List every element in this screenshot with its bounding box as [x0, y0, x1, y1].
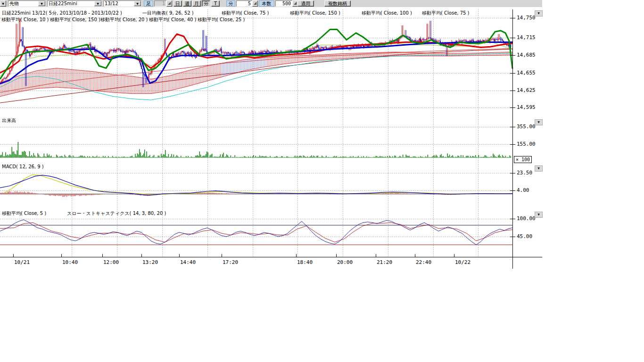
y-tick-label: 14,625: [517, 87, 536, 93]
legend-item: 移動平均( Close, 150 ): [290, 10, 340, 16]
axis-scale-dropdown-icon[interactable]: ▼: [535, 119, 543, 125]
x-tick-label: 18:40: [297, 259, 313, 265]
y-tick-label: 14,750: [517, 15, 536, 21]
y-tick-label: 23.50: [517, 170, 532, 176]
volume-multiplier-badge: × 100: [514, 156, 532, 163]
x-tick-label: 10/21: [14, 259, 30, 265]
legend-item: 移動平均( Close, 150 ): [50, 16, 100, 23]
legend-item: 移動平均( Close, 20 ): [100, 16, 148, 23]
app-window: ▼ 先物 ▼ 日経225mini ▼ 13/12 ▼ 足 1 ◢ 日 週 月 分…: [0, 0, 644, 362]
y-tick-label: 14,595: [517, 104, 536, 110]
y-tick-label: 14,685: [517, 52, 536, 58]
macd-panel-label: MACD( 12, 26, 9 ): [2, 164, 44, 169]
y-tick-label: 355.00: [517, 123, 536, 130]
x-tick-label: 17:20: [223, 259, 238, 265]
x-tick-label: 13:20: [142, 259, 158, 265]
volume-panel-label: 出来高: [2, 117, 16, 124]
y-tick-label: 155.00: [517, 141, 536, 147]
legend-item: 移動平均( Close, 25 ): [198, 16, 245, 23]
x-tick-label: 21:20: [377, 259, 392, 265]
stoch-panel-label: スロー・ストキャスティクス( 14, 3, 80, 20 ): [67, 210, 166, 217]
legend-item: 一目均衡表( 9, 26, 52 ): [142, 10, 194, 16]
legend-item: 移動平均( Close, 100 ): [362, 10, 412, 16]
axis-scale-dropdown-icon[interactable]: ▼: [535, 212, 543, 218]
x-tick-label: 20:00: [337, 259, 353, 265]
x-tick-label: 10/22: [455, 259, 471, 265]
legend-item: 日経225mini 13/12( 5分, 2013/10/18 - 2013/1…: [2, 10, 122, 16]
chart-canvas[interactable]: [0, 0, 644, 362]
x-tick-label: 14:40: [180, 259, 196, 265]
y-tick-label: 100.00: [517, 215, 536, 222]
legend-item: 移動平均( Close, 40 ): [149, 16, 196, 23]
x-tick-label: 22:40: [416, 259, 431, 265]
x-tick-label: 12:00: [103, 259, 119, 265]
y-tick-label: 14,655: [517, 70, 536, 76]
x-tick-label: 10:40: [62, 259, 78, 265]
axis-scale-dropdown-icon[interactable]: ▼: [535, 10, 543, 16]
axis-scale-dropdown-icon[interactable]: ▼: [535, 165, 543, 172]
legend-item: 移動平均( Close, 75 ): [222, 10, 269, 16]
legend-item: 移動平均( Close, 75 ): [422, 10, 469, 16]
y-tick-label: 4.00: [517, 187, 529, 193]
legend-item: 移動平均( Close, 10 ): [1, 16, 49, 23]
stoch-panel-label: 移動平均( Close, 5 ): [2, 210, 46, 217]
y-tick-label: 45.00: [517, 233, 532, 239]
y-tick-label: 14,715: [517, 34, 536, 41]
